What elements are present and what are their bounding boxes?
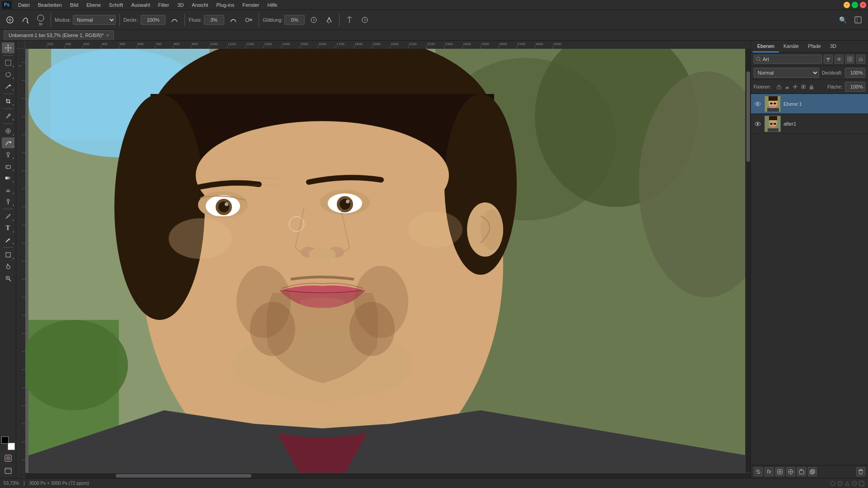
fill-input[interactable] — [845, 82, 865, 92]
eraser-tool[interactable]: ▾ — [2, 161, 14, 172]
view-mode-icon[interactable] — [852, 14, 864, 26]
tab-ebenen[interactable]: Ebenen — [753, 41, 779, 52]
brush-tool-icon[interactable] — [4, 14, 16, 26]
mode-select[interactable]: Normal Multiplizieren Aufhellen — [73, 15, 116, 25]
zoom-tool[interactable] — [2, 273, 14, 284]
type-tool[interactable]: T ▾ — [2, 223, 14, 234]
layer-item-after1[interactable]: after1 — [751, 114, 868, 134]
link-layers-btn[interactable] — [754, 467, 763, 476]
move-tool[interactable] — [2, 42, 14, 53]
canvas-image[interactable] — [25, 49, 750, 478]
add-mask-btn[interactable] — [775, 467, 784, 476]
path-select-tool[interactable]: ▾ — [2, 235, 14, 245]
svg-text:1500: 1500 — [300, 42, 308, 46]
color-swatches[interactable] — [1, 436, 15, 450]
scrollbar-horizontal[interactable] — [25, 473, 750, 478]
smoothing-settings-icon[interactable] — [307, 14, 320, 26]
smoothing-label: Glättung: — [263, 17, 283, 23]
opacity-pressure-icon[interactable] — [168, 14, 181, 26]
menu-filter[interactable]: Filter — [155, 1, 173, 9]
svg-text:100: 100 — [47, 42, 53, 46]
flow-input[interactable] — [204, 15, 224, 25]
lock-image-pixels-btn[interactable] — [783, 83, 791, 90]
statusbar-icon-5 — [859, 481, 864, 486]
rect-select-tool[interactable]: ▾ — [2, 57, 14, 68]
opacity-input[interactable] — [845, 68, 865, 78]
add-adjustment-btn[interactable] — [786, 467, 795, 476]
lock-all-btn[interactable] — [808, 83, 815, 90]
crop-tool[interactable]: ▾ — [2, 96, 14, 107]
svg-rect-177 — [769, 116, 777, 120]
pen-tool[interactable]: ▾ — [2, 211, 14, 222]
background-color-swatch[interactable] — [8, 443, 15, 450]
smoothing-input[interactable] — [284, 15, 305, 25]
svg-point-166 — [757, 103, 759, 105]
opacity-input[interactable] — [141, 15, 165, 25]
menu-3d[interactable]: 3D — [174, 1, 187, 9]
menu-datei[interactable]: Datei — [14, 1, 33, 9]
symmetry-icon[interactable] — [343, 14, 356, 26]
layer-visibility-after1[interactable] — [754, 120, 762, 128]
menu-bearbeiten[interactable]: Bearbeiten — [34, 1, 66, 9]
tab-kanaele[interactable]: Kanäle — [779, 41, 803, 52]
menu-ansicht[interactable]: Ansicht — [188, 1, 212, 9]
maximize-button[interactable]: □ — [852, 2, 858, 8]
lasso-tool[interactable]: ▾ — [2, 69, 14, 80]
quick-mask-icon[interactable] — [2, 453, 14, 464]
menu-auswahl[interactable]: Auswahl — [127, 1, 154, 9]
brush-tool[interactable]: ▾ — [2, 137, 14, 148]
layer-link-btn[interactable] — [856, 55, 865, 64]
lock-transparent-pixels-btn[interactable] — [775, 83, 783, 90]
tab-3d[interactable]: 3D — [826, 41, 841, 52]
minimize-button[interactable]: − — [844, 2, 850, 8]
blend-mode-select[interactable]: Normal Multiplizieren Aufhellen Überlage… — [754, 68, 819, 78]
foreground-color-swatch[interactable] — [1, 436, 9, 444]
scrollbar-vertical[interactable] — [745, 49, 750, 473]
clone-stamp-tool[interactable]: ▾ — [2, 149, 14, 160]
svg-text:2800: 2800 — [535, 42, 543, 46]
layers-search-input[interactable] — [763, 56, 820, 62]
menu-fenster[interactable]: Fenster — [239, 1, 263, 9]
magic-wand-tool[interactable]: ▾ — [2, 81, 14, 92]
blur-tool[interactable]: ▾ — [2, 184, 14, 195]
add-style-btn[interactable]: fx — [764, 467, 774, 476]
extra-options-icon[interactable] — [359, 14, 371, 26]
menu-bild[interactable]: Bild — [66, 1, 82, 9]
layer-toggle-all-btn[interactable] — [835, 55, 844, 64]
close-button[interactable]: × — [860, 2, 866, 8]
menu-plugins[interactable]: Plug-ins — [212, 1, 238, 9]
brush-size-icon[interactable]: 50 — [34, 14, 47, 26]
search-icon[interactable]: 🔍 — [836, 14, 849, 26]
shape-tool[interactable]: ▾ — [2, 249, 14, 260]
dodge-tool[interactable]: ▾ — [2, 196, 14, 207]
brush-angle-icon[interactable]: 0° — [323, 14, 335, 26]
layer-visibility-ebene1[interactable] — [754, 100, 762, 108]
layer-type-filter-btn[interactable] — [824, 55, 833, 64]
flow-pressure-icon[interactable] — [227, 14, 240, 26]
hand-tool[interactable] — [2, 261, 14, 272]
airbrush-icon[interactable] — [242, 14, 255, 26]
svg-rect-169 — [769, 96, 778, 101]
tab-pfade[interactable]: Pfade — [803, 41, 826, 52]
layer-item-ebene1[interactable]: Ebene 1 — [751, 94, 868, 114]
lock-position-btn[interactable] — [792, 83, 799, 90]
svg-rect-24 — [25, 41, 750, 49]
menu-schrift[interactable]: Schrift — [105, 1, 127, 9]
document-tab[interactable]: Unbenannt-1 bei 53,7% (Ebene 1, RGB/8)* … — [4, 30, 114, 40]
layer-sort-btn[interactable] — [845, 55, 854, 64]
svg-rect-190 — [859, 481, 864, 486]
tab-close-button[interactable]: × — [106, 33, 109, 38]
lock-artboard-btn[interactable] — [800, 83, 807, 90]
eyedropper-tool[interactable]: ▾ — [2, 111, 14, 122]
add-group-btn[interactable] — [797, 467, 806, 476]
menu-ebene[interactable]: Ebene — [83, 1, 104, 9]
screen-mode-icon[interactable] — [2, 465, 14, 476]
svg-point-130 — [225, 202, 228, 206]
delete-layer-btn[interactable] — [856, 467, 865, 476]
canvas-area[interactable]: 100 200 300 400 500 600 700 800 900 1000 — [16, 41, 750, 478]
menu-hilfe[interactable]: Hilfe — [264, 1, 281, 9]
gradient-tool[interactable]: ▾ — [2, 173, 14, 183]
healing-tool[interactable]: ▾ — [2, 126, 14, 136]
brush-settings-icon[interactable] — [19, 14, 32, 26]
add-layer-btn[interactable] — [808, 467, 817, 476]
